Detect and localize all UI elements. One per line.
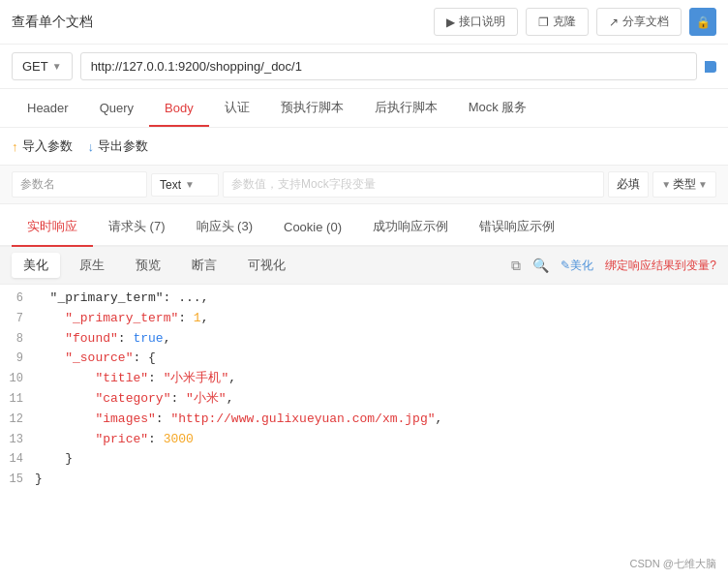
- lock-icon: 🔒: [696, 15, 711, 29]
- resp-tab-realtime[interactable]: 实时响应: [12, 208, 93, 247]
- param-types-select[interactable]: ▼ 类型 ▼: [652, 171, 716, 198]
- code-line-7: 7 "_primary_term": 1,: [0, 309, 728, 329]
- code-area: 6 "_primary_term": ..., 7 "_primary_term…: [0, 285, 728, 496]
- main-tabs: Header Query Body 认证 预执行脚本 后执行脚本 Mock 服务: [0, 89, 728, 128]
- top-bar: 查看单个文档 ▶ 接口说明 ❐ 克隆 ↗ 分享文档 🔒: [0, 0, 728, 45]
- view-tabs-row: 美化 原生 预览 断言 可视化 ⧉ 🔍 ✎美化 绑定响应结果到变量?: [0, 247, 728, 285]
- send-button[interactable]: [705, 61, 716, 73]
- code-line-6: 6 "_primary_term": ...,: [0, 289, 728, 309]
- resp-tab-cookie[interactable]: Cookie (0): [268, 210, 357, 246]
- beautify-button[interactable]: ✎美化: [561, 258, 593, 274]
- arrow-down-icon: ↓: [88, 139, 95, 154]
- url-input[interactable]: [80, 52, 697, 80]
- code-line-8: 8 "found": true,: [0, 329, 728, 350]
- watermark: CSDN @七维大脑: [630, 557, 716, 571]
- view-tab-assert[interactable]: 断言: [180, 253, 228, 278]
- code-line-10: 10 "title": "小米手机",: [0, 369, 728, 389]
- resp-tab-request-headers[interactable]: 请求头 (7): [93, 208, 181, 247]
- export-params-button[interactable]: ↓ 导出参数: [88, 137, 149, 155]
- code-line-11: 11 "category": "小米",: [0, 389, 728, 410]
- clone-icon: ❐: [538, 15, 549, 29]
- response-tabs: 实时响应 请求头 (7) 响应头 (3) Cookie (0) 成功响应示例 错…: [0, 208, 728, 247]
- code-line-13: 13 "price": 3000: [0, 430, 728, 450]
- share-icon: ↗: [609, 15, 619, 29]
- tab-auth[interactable]: 认证: [209, 89, 265, 128]
- code-line-15: 15 }: [0, 470, 728, 490]
- code-line-9: 9 "_source": {: [0, 349, 728, 369]
- param-type-select[interactable]: Text ▼: [151, 173, 219, 197]
- method-button[interactable]: GET ▼: [12, 52, 73, 80]
- arrow-up-icon: ↑: [12, 139, 18, 154]
- url-bar: GET ▼: [0, 45, 728, 89]
- page-title: 查看单个文档: [12, 14, 93, 31]
- view-tab-visualize[interactable]: 可视化: [236, 253, 297, 278]
- param-value-placeholder: 参数值，支持Mock字段变量: [223, 171, 604, 198]
- play-icon: ▶: [446, 15, 455, 29]
- bind-result-button[interactable]: 绑定响应结果到变量?: [605, 258, 716, 274]
- resp-tab-response-headers[interactable]: 响应头 (3): [181, 208, 269, 247]
- param-table-header: 参数名 Text ▼ 参数值，支持Mock字段变量 必填 ▼ 类型 ▼: [0, 166, 728, 204]
- share-button[interactable]: ↗ 分享文档: [596, 8, 682, 36]
- view-tab-preview[interactable]: 预览: [124, 253, 172, 278]
- search-icon[interactable]: 🔍: [532, 258, 549, 273]
- tab-mock[interactable]: Mock 服务: [453, 89, 543, 128]
- view-action-icons: ⧉ 🔍 ✎美化 绑定响应结果到变量?: [511, 258, 716, 274]
- tab-pre-script[interactable]: 预执行脚本: [265, 89, 359, 128]
- view-tab-beautify[interactable]: 美化: [12, 253, 60, 278]
- param-required-select[interactable]: 必填: [608, 171, 649, 198]
- resp-tab-error-example[interactable]: 错误响应示例: [464, 208, 570, 247]
- code-line-14: 14 }: [0, 449, 728, 470]
- import-params-button[interactable]: ↑ 导入参数: [12, 137, 73, 155]
- types-chevron2-icon: ▼: [698, 179, 708, 190]
- tab-query[interactable]: Query: [84, 91, 149, 127]
- resp-tab-success-example[interactable]: 成功响应示例: [357, 208, 464, 247]
- tab-header[interactable]: Header: [12, 91, 84, 127]
- params-row: ↑ 导入参数 ↓ 导出参数: [0, 128, 728, 166]
- method-chevron-icon: ▼: [52, 61, 62, 72]
- param-name-placeholder: 参数名: [12, 171, 147, 198]
- code-line-12: 12 "images": "http://www.gulixueyuan.com…: [0, 410, 728, 430]
- clone-button[interactable]: ❐ 克隆: [526, 8, 589, 36]
- tab-post-script[interactable]: 后执行脚本: [359, 89, 453, 128]
- lock-button[interactable]: 🔒: [689, 8, 716, 36]
- tab-body[interactable]: Body: [149, 91, 209, 127]
- types-chevron-icon: ▼: [661, 179, 671, 190]
- top-bar-actions: ▶ 接口说明 ❐ 克隆 ↗ 分享文档 🔒: [434, 8, 716, 36]
- api-doc-button[interactable]: ▶ 接口说明: [434, 8, 518, 36]
- view-tab-raw[interactable]: 原生: [68, 253, 116, 278]
- type-chevron-icon: ▼: [185, 179, 195, 190]
- copy-icon[interactable]: ⧉: [511, 258, 521, 274]
